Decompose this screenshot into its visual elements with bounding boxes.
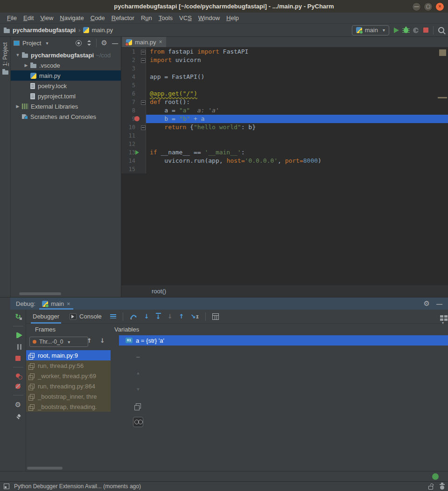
- code-text[interactable]: from fastapi import FastAPI: [146, 48, 448, 56]
- run-button[interactable]: [394, 28, 399, 33]
- code-text[interactable]: import uvicorn: [146, 56, 448, 64]
- editor-gutter[interactable]: 4: [121, 73, 146, 81]
- project-view-select[interactable]: Project: [14, 40, 49, 47]
- variable-row[interactable]: 01a = {str} 'a': [119, 335, 448, 346]
- fold-marker-icon[interactable]: [141, 125, 146, 130]
- error-stripe-mark[interactable]: [438, 97, 447, 98]
- session-close-icon[interactable]: ×: [67, 300, 70, 307]
- editor-gutter[interactable]: 12: [121, 140, 146, 148]
- debugger-settings-gear-icon[interactable]: ⚙: [15, 401, 21, 408]
- editor-gutter[interactable]: 8: [121, 106, 146, 115]
- locate-file-icon[interactable]: [76, 40, 82, 46]
- editor-gutter[interactable]: 13: [121, 148, 146, 157]
- evaluate-expression-icon[interactable]: [212, 313, 219, 320]
- remove-watch-icon[interactable]: −: [133, 352, 143, 362]
- code-text[interactable]: return {"hello world": b}: [146, 123, 448, 131]
- move-down-icon[interactable]: ▼: [133, 384, 143, 394]
- code-line-13[interactable]: 13if __name__ == '__main__':: [121, 148, 448, 157]
- minimize-button[interactable]: —: [412, 2, 421, 11]
- frame-row[interactable]: root, main.py:9: [26, 350, 111, 360]
- tree-item-pyproject-toml[interactable]: pyproject.toml: [11, 91, 121, 101]
- code-line-6[interactable]: 6@app.get("/"): [121, 90, 448, 98]
- editor-gutter[interactable]: 7: [121, 98, 146, 106]
- menu-tools[interactable]: Tools: [155, 14, 176, 21]
- fold-marker-icon[interactable]: [141, 50, 146, 55]
- tree-item-scratches-and-consoles[interactable]: Scratches and Consoles: [11, 111, 121, 122]
- menu-run[interactable]: Run: [138, 14, 155, 21]
- breadcrumb-project[interactable]: pycharmdebugfastapi: [13, 27, 76, 34]
- frames-horizontal-scrollbar[interactable]: [27, 467, 63, 470]
- tab-close-icon[interactable]: ×: [159, 39, 162, 45]
- debug-session-tab[interactable]: main ×: [39, 297, 73, 310]
- code-line-8[interactable]: 8 a = "a" a: 'a': [121, 106, 448, 115]
- editor-gutter[interactable]: 1: [121, 48, 146, 56]
- code-editor[interactable]: 1from fastapi import FastAPI2import uvic…: [121, 48, 448, 285]
- frame-down-icon[interactable]: ↓: [100, 338, 105, 344]
- editor-gutter[interactable]: 2: [121, 56, 146, 64]
- tool-window-switcher-icon[interactable]: [4, 484, 9, 489]
- pin-tab-icon[interactable]: [15, 415, 21, 420]
- code-text[interactable]: [146, 131, 448, 140]
- execution-line[interactable]: b = "b" + a: [146, 115, 448, 123]
- step-out-icon[interactable]: ↑: [179, 313, 184, 320]
- tab-debugger[interactable]: Debugger: [31, 310, 61, 324]
- breadcrumb-file[interactable]: main.py: [91, 27, 113, 34]
- hide-panel-icon[interactable]: —: [112, 40, 118, 47]
- menu-view[interactable]: View: [37, 14, 56, 21]
- editor-gutter[interactable]: 14: [121, 157, 146, 165]
- debug-settings-gear-icon[interactable]: ⚙: [424, 300, 430, 307]
- copy-stack-icon[interactable]: [136, 403, 141, 408]
- frame-up-icon[interactable]: ↑: [87, 338, 92, 344]
- code-line-3[interactable]: 3: [121, 64, 448, 73]
- code-text[interactable]: [146, 81, 448, 90]
- menu-refactor[interactable]: Refactor: [108, 14, 138, 21]
- resume-program-icon[interactable]: [18, 332, 22, 338]
- code-line-15[interactable]: 15: [121, 165, 448, 173]
- editor-gutter[interactable]: 6: [121, 90, 146, 98]
- editor-gutter[interactable]: 11: [121, 131, 146, 140]
- menu-edit[interactable]: Edit: [20, 14, 37, 21]
- show-values-inline-icon[interactable]: [134, 420, 139, 424]
- tree-item-external-libraries[interactable]: ▶External Libraries: [11, 101, 121, 111]
- menu-vcs[interactable]: VCS: [176, 14, 195, 21]
- tree-item-main-py[interactable]: main.py: [11, 70, 121, 81]
- code-text[interactable]: [146, 64, 448, 73]
- project-settings-gear-icon[interactable]: ⚙: [101, 40, 107, 47]
- pause-program-icon[interactable]: [17, 344, 19, 350]
- code-line-9[interactable]: 9 b = "b" + a: [121, 115, 448, 123]
- code-text[interactable]: if __name__ == '__main__':: [146, 148, 448, 157]
- menu-navigate[interactable]: Navigate: [56, 14, 87, 21]
- force-step-into-icon[interactable]: ↓: [168, 313, 173, 320]
- step-into-icon[interactable]: ↓: [144, 313, 149, 320]
- code-text[interactable]: a = "a" a: 'a': [146, 106, 448, 115]
- tree-expander-icon[interactable]: ▶: [14, 104, 22, 109]
- fold-marker-icon[interactable]: [141, 100, 146, 105]
- stop-process-icon[interactable]: [15, 356, 21, 361]
- code-text[interactable]: [146, 165, 448, 173]
- code-text[interactable]: def root():: [146, 98, 448, 106]
- tree-expander-icon[interactable]: ▶: [22, 63, 30, 68]
- hide-debug-panel-icon[interactable]: —: [436, 300, 442, 307]
- code-text[interactable]: uvicorn.run(app, host='0.0.0.0', port=80…: [146, 157, 448, 165]
- run-configuration-select[interactable]: main: [352, 25, 389, 35]
- code-line-1[interactable]: 1from fastapi import FastAPI: [121, 48, 448, 56]
- event-log-button[interactable]: [432, 473, 448, 480]
- code-line-7[interactable]: 7def root():: [121, 98, 448, 106]
- error-stripe-indicator[interactable]: [439, 49, 446, 56]
- frame-row[interactable]: _bootstrap_inner, thre: [26, 391, 111, 401]
- code-text[interactable]: @app.get("/"): [146, 90, 448, 98]
- menu-help[interactable]: Help: [223, 14, 242, 21]
- code-text[interactable]: [146, 140, 448, 148]
- step-into-my-code-icon[interactable]: ↓: [156, 313, 161, 320]
- inspections-hector-icon[interactable]: [440, 485, 444, 490]
- editor-gutter[interactable]: 5: [121, 81, 146, 90]
- tree-item-pycharmdebugfastapi[interactable]: ▼pycharmdebugfastapi ~/cod: [11, 50, 121, 60]
- search-everywhere-icon[interactable]: [438, 27, 444, 33]
- editor-gutter[interactable]: 15: [121, 165, 146, 173]
- thread-selector[interactable]: Thr...-0_0: [29, 337, 88, 347]
- layout-options-icon[interactable]: [110, 314, 116, 318]
- breadcrumb-function[interactable]: root(): [152, 288, 166, 295]
- rerun-icon[interactable]: ↻: [15, 313, 21, 320]
- maximize-button[interactable]: ▢: [424, 2, 433, 11]
- code-line-12[interactable]: 12: [121, 140, 448, 148]
